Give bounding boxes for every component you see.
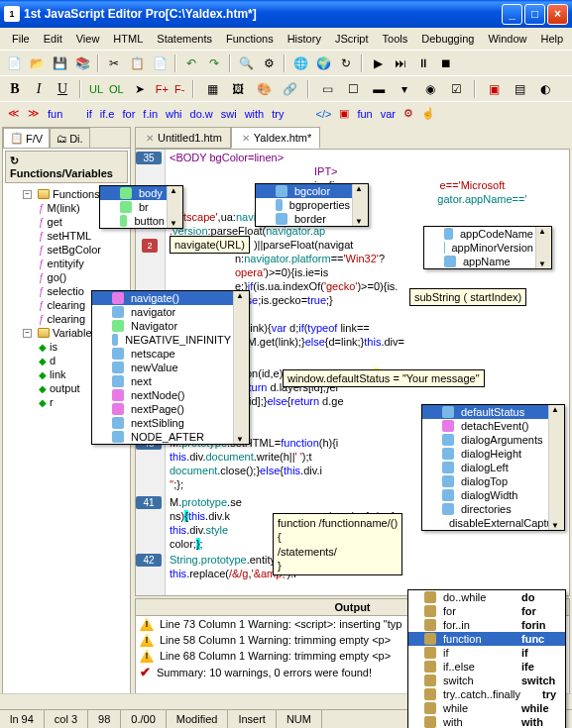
popup-item[interactable]: detachEvent() bbox=[422, 419, 564, 433]
popup-item[interactable]: function bbox=[408, 632, 517, 646]
snippet-swi[interactable]: swi bbox=[221, 108, 237, 120]
popup-item[interactable]: directories bbox=[422, 502, 564, 516]
snip-prev-icon[interactable]: ≪ bbox=[8, 107, 20, 120]
snippet-with[interactable]: with bbox=[245, 108, 265, 120]
undo-icon[interactable]: ↶ bbox=[181, 53, 201, 73]
popup-scroll[interactable] bbox=[167, 186, 182, 228]
image-icon[interactable]: 🖼 bbox=[228, 79, 248, 99]
popup-item[interactable]: dialogLeft bbox=[422, 461, 564, 474]
autocomplete-app[interactable]: appCodeName appMinorVersion appName bbox=[423, 226, 552, 269]
cut-icon[interactable]: ✂ bbox=[104, 53, 124, 73]
popup-item[interactable]: if..else bbox=[408, 660, 517, 674]
stop-icon[interactable]: ⏹ bbox=[436, 53, 456, 73]
gear-icon[interactable]: ⚙ bbox=[403, 107, 413, 120]
sidebar-tab-fv[interactable]: 📋F/V bbox=[3, 128, 50, 148]
ol-button[interactable]: OL bbox=[109, 83, 124, 95]
app-icon2[interactable]: ▣ bbox=[339, 107, 349, 120]
underline-button[interactable]: U bbox=[54, 81, 71, 97]
popup-item[interactable]: appName bbox=[424, 255, 551, 268]
copy-icon[interactable]: 📋 bbox=[127, 53, 147, 73]
popup-item[interactable]: nextNode() bbox=[92, 388, 249, 402]
popup-scroll[interactable] bbox=[548, 405, 564, 530]
popup-item[interactable]: dialogTop bbox=[422, 474, 564, 488]
select-icon[interactable]: ▾ bbox=[395, 79, 414, 99]
close-button[interactable]: × bbox=[547, 4, 568, 25]
misc2-icon[interactable]: ▤ bbox=[510, 79, 529, 99]
autocomplete-dialog[interactable]: defaultStatus detachEvent() dialogArgume… bbox=[421, 404, 565, 531]
popup-item[interactable]: if bbox=[408, 646, 517, 660]
misc3-icon[interactable]: ◐ bbox=[535, 79, 555, 99]
popup-scroll[interactable] bbox=[233, 291, 249, 444]
popup-item[interactable]: appMinorVersion bbox=[424, 241, 551, 255]
menu-statements[interactable]: Statements bbox=[151, 31, 218, 47]
popup-item[interactable]: nextSibling bbox=[92, 416, 249, 430]
misc1-icon[interactable]: ▣ bbox=[484, 79, 504, 99]
open-icon[interactable]: 📂 bbox=[27, 53, 47, 73]
radio-icon[interactable]: ◉ bbox=[420, 79, 440, 99]
menu-help[interactable]: Help bbox=[535, 31, 570, 47]
tree-view[interactable]: −Functions ƒM(link) ƒget ƒsetHTML ƒsetBg… bbox=[3, 185, 130, 706]
new-icon[interactable]: 📄 bbox=[4, 53, 24, 73]
break-icon[interactable]: ⏸ bbox=[413, 53, 433, 73]
bookmark-icon[interactable]: 2 bbox=[142, 239, 158, 253]
snip-next-icon[interactable]: ≫ bbox=[28, 107, 40, 120]
autocomplete-nav[interactable]: navigate() navigator Navigator NEGATIVE_… bbox=[91, 290, 250, 445]
tool-icon[interactable]: ⚙ bbox=[259, 53, 279, 73]
paste-icon[interactable]: 📄 bbox=[150, 53, 170, 73]
menu-debugging[interactable]: Debugging bbox=[415, 31, 480, 47]
italic-button[interactable]: I bbox=[30, 81, 48, 97]
snippet-var[interactable]: var bbox=[381, 108, 396, 120]
check-icon[interactable]: ☑ bbox=[446, 79, 466, 99]
autocomplete-statements[interactable]: do..whiledo forfor for..inforin function… bbox=[407, 589, 566, 728]
tab-yaldex[interactable]: ✕Yaldex.htm* bbox=[231, 127, 321, 149]
menu-history[interactable]: History bbox=[282, 31, 327, 47]
popup-scroll[interactable] bbox=[352, 184, 368, 226]
ul-button[interactable]: UL bbox=[89, 83, 103, 95]
maximize-button[interactable]: □ bbox=[524, 4, 545, 25]
link-icon[interactable]: 🔗 bbox=[280, 79, 299, 99]
popup-item[interactable]: navigator bbox=[92, 305, 249, 319]
fontplus-button[interactable]: F+ bbox=[156, 83, 169, 95]
bold-button[interactable]: B bbox=[6, 81, 24, 97]
menu-tools[interactable]: Tools bbox=[377, 31, 414, 47]
tree-item[interactable]: ƒsetHTML bbox=[7, 229, 126, 243]
refresh-icon[interactable]: ↻ bbox=[336, 53, 356, 73]
snippet-if[interactable]: if bbox=[86, 108, 92, 120]
menu-file[interactable]: File bbox=[6, 31, 36, 47]
find-icon[interactable]: 🔍 bbox=[236, 53, 256, 73]
globe-icon[interactable]: 🌐 bbox=[290, 53, 310, 73]
popup-item[interactable]: try..catch..finally bbox=[408, 687, 538, 701]
tree-item[interactable]: ƒsetBgColor bbox=[7, 243, 126, 257]
indent-icon[interactable]: ➤ bbox=[130, 79, 150, 99]
popup-item[interactable]: switch bbox=[408, 674, 517, 687]
popup-item[interactable]: for..in bbox=[408, 618, 517, 632]
snippet-whi[interactable]: whi bbox=[166, 108, 182, 120]
popup-item[interactable]: newValue bbox=[92, 361, 249, 374]
minimize-button[interactable]: _ bbox=[502, 4, 522, 25]
tree-item[interactable]: ƒgo() bbox=[7, 270, 126, 284]
refresh-tree-icon[interactable]: ↻ bbox=[10, 155, 19, 166]
snippet-for[interactable]: for bbox=[122, 108, 135, 120]
popup-item[interactable]: NODE_AFTER bbox=[92, 430, 249, 444]
popup-item[interactable]: disableExternalCapture bbox=[422, 516, 564, 530]
menu-functions[interactable]: Functions bbox=[220, 31, 280, 47]
popup-item[interactable]: appCodeName bbox=[424, 227, 551, 241]
popup-item[interactable]: with bbox=[408, 715, 517, 728]
menu-jscript[interactable]: JScript bbox=[329, 31, 375, 47]
autocomplete-attrs[interactable]: bgcolor bgproperties border bbox=[255, 183, 369, 227]
menu-html[interactable]: HTML bbox=[107, 31, 149, 47]
popup-item[interactable]: dialogHeight bbox=[422, 447, 564, 461]
tag-icon[interactable]: </> bbox=[315, 108, 331, 120]
popup-item[interactable]: dialogWidth bbox=[422, 488, 564, 502]
save-icon[interactable]: 💾 bbox=[50, 53, 69, 73]
table-icon[interactable]: ▦ bbox=[202, 79, 222, 99]
snippet-fin[interactable]: f.in bbox=[143, 108, 158, 120]
tab-close-icon[interactable]: ✕ bbox=[146, 133, 154, 144]
popup-item[interactable]: while bbox=[408, 701, 517, 715]
popup-item[interactable]: next bbox=[92, 374, 249, 388]
menu-edit[interactable]: Edit bbox=[38, 31, 68, 47]
snippet-dow[interactable]: do.w bbox=[190, 108, 213, 120]
autocomplete-tags[interactable]: body br button bbox=[99, 185, 183, 229]
tab-untitled[interactable]: ✕Untitled1.htm bbox=[135, 127, 231, 149]
popup-item[interactable]: NEGATIVE_INFINITY bbox=[92, 333, 249, 347]
